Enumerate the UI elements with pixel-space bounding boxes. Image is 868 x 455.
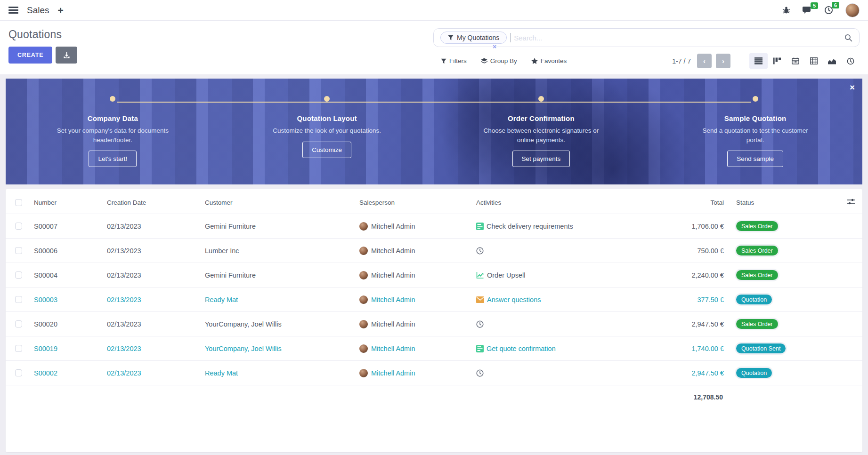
- step-dot: [324, 96, 330, 102]
- header-salesperson[interactable]: Salesperson: [356, 189, 472, 214]
- view-switcher: [749, 53, 860, 69]
- favorites-menu[interactable]: Favorites: [531, 57, 567, 64]
- salesperson-name: Mitchell Admin: [371, 271, 415, 279]
- activity-cell[interactable]: Check delivery requirements: [472, 214, 657, 239]
- row-checkbox[interactable]: [15, 369, 22, 376]
- export-download-button[interactable]: [56, 47, 77, 64]
- salesperson-avatar: [359, 271, 368, 279]
- quotation-number: S00019: [30, 336, 103, 361]
- kanban-view-icon[interactable]: [768, 53, 786, 69]
- quotation-row[interactable]: S0000402/13/2023Gemini FurnitureMitchell…: [6, 263, 862, 287]
- table-footer-row: 12,708.50: [6, 385, 862, 409]
- quotation-row[interactable]: S0000602/13/2023Lumber IncMitchell Admin…: [6, 239, 862, 263]
- salesperson-avatar: [359, 295, 368, 304]
- pager-prev-button[interactable]: ‹: [697, 54, 712, 68]
- quotation-number: S00003: [30, 287, 103, 312]
- customer-name: Ready Mat: [201, 361, 356, 385]
- quotation-number: S00007: [30, 214, 103, 239]
- activities-clock-icon[interactable]: 6: [824, 6, 833, 15]
- salesperson-avatar: [359, 320, 368, 328]
- quotations-table: Number Creation Date Customer Salesperso…: [6, 189, 862, 409]
- messages-icon[interactable]: 5: [803, 6, 812, 15]
- quotation-row[interactable]: S0001902/13/2023YourCompany, Joel Willis…: [6, 336, 862, 361]
- header-total[interactable]: Total: [657, 189, 732, 214]
- quotation-number: S00004: [30, 263, 103, 287]
- search-facet-my-quotations[interactable]: My Quotations: [440, 32, 507, 44]
- footer-total: 12,708.50: [657, 385, 732, 409]
- filter-funnel-icon: [441, 58, 446, 64]
- header-customer[interactable]: Customer: [201, 189, 356, 214]
- activity-cell[interactable]: Answer questions: [472, 287, 657, 312]
- activity-label: Check delivery requirements: [487, 223, 573, 230]
- salesperson-cell: Mitchell Admin: [356, 214, 472, 239]
- row-checkbox[interactable]: [15, 223, 22, 230]
- quotation-number: S00020: [30, 312, 103, 336]
- quotation-row[interactable]: S0000302/13/2023Ready MatMitchell AdminA…: [6, 287, 862, 312]
- salesperson-cell: Mitchell Admin: [356, 312, 472, 336]
- row-spacer: [838, 336, 862, 361]
- row-spacer: [838, 214, 862, 239]
- top-navbar: Sales + 5 6: [0, 0, 868, 21]
- activity-cell[interactable]: [472, 312, 657, 336]
- header-creation-date[interactable]: Creation Date: [103, 189, 201, 214]
- filter-funnel-icon: [448, 35, 454, 40]
- salesperson-cell: Mitchell Admin: [356, 239, 472, 263]
- select-all-checkbox[interactable]: [15, 199, 22, 206]
- header-activities[interactable]: Activities: [472, 189, 657, 214]
- search-input[interactable]: Search...: [514, 34, 844, 42]
- row-checkbox[interactable]: [15, 247, 22, 254]
- row-checkbox[interactable]: [15, 271, 22, 279]
- activity-cell[interactable]: [472, 361, 657, 385]
- status-badge: Sales Order: [736, 319, 778, 329]
- header-number[interactable]: Number: [30, 189, 103, 214]
- debug-bug-icon[interactable]: [782, 6, 790, 14]
- apps-menu-icon[interactable]: [8, 5, 18, 15]
- activity-tasks-icon: [476, 223, 484, 230]
- pivot-view-icon[interactable]: [804, 53, 823, 69]
- activity-cell[interactable]: Order Upsell: [472, 263, 657, 287]
- lets-start-button[interactable]: Let's start!: [89, 151, 137, 167]
- salesperson-avatar: [359, 369, 368, 377]
- layers-icon: [481, 58, 487, 64]
- create-button[interactable]: CREATE: [8, 47, 52, 64]
- customer-name: Gemini Furniture: [201, 263, 356, 287]
- calendar-view-icon[interactable]: [786, 53, 804, 69]
- quotation-row[interactable]: S0002002/13/2023YourCompany, Joel Willis…: [6, 312, 862, 336]
- activity-cell[interactable]: [472, 239, 657, 263]
- set-payments-button[interactable]: Set payments: [512, 151, 570, 167]
- customer-name: Ready Mat: [201, 287, 356, 312]
- row-checkbox[interactable]: [15, 320, 22, 327]
- row-checkbox[interactable]: [15, 296, 22, 303]
- header-status[interactable]: Status: [732, 189, 838, 214]
- status-badge: Sales Order: [736, 221, 778, 231]
- activity-view-icon[interactable]: [841, 53, 860, 69]
- app-name[interactable]: Sales: [27, 5, 49, 16]
- list-view-icon[interactable]: [749, 53, 768, 69]
- salesperson-name: Mitchell Admin: [371, 296, 415, 303]
- activity-clock-icon: [476, 369, 484, 377]
- status-cell: Sales Order: [732, 214, 838, 239]
- add-tab-icon[interactable]: +: [58, 5, 64, 15]
- group-by-menu[interactable]: Group By: [481, 57, 517, 64]
- quotation-row[interactable]: S0000702/13/2023Gemini FurnitureMitchell…: [6, 214, 862, 239]
- filters-menu[interactable]: Filters: [441, 57, 467, 64]
- row-checkbox[interactable]: [15, 345, 22, 352]
- activity-cell[interactable]: Get quote confirmation: [472, 336, 657, 361]
- send-sample-button[interactable]: Send sample: [727, 151, 783, 167]
- activity-clock-icon: [476, 247, 484, 255]
- customer-name: Gemini Furniture: [201, 214, 356, 239]
- search-bar[interactable]: My Quotations Search... ×: [433, 28, 860, 47]
- graph-view-icon[interactable]: [823, 53, 841, 69]
- activity-label: Order Upsell: [487, 271, 525, 279]
- total-amount: 1,740.00 €: [657, 336, 732, 361]
- quotation-row[interactable]: S0000202/13/2023Ready MatMitchell Admin2…: [6, 361, 862, 385]
- activities-count-badge: 6: [832, 2, 839, 8]
- status-cell: Quotation: [732, 361, 838, 385]
- search-icon[interactable]: [844, 34, 852, 42]
- salesperson-cell: Mitchell Admin: [356, 361, 472, 385]
- customize-button[interactable]: Customize: [302, 142, 351, 158]
- facet-remove-icon[interactable]: ×: [493, 43, 496, 50]
- pager-next-button[interactable]: ›: [716, 54, 730, 68]
- optional-columns-icon[interactable]: [847, 200, 855, 207]
- user-avatar[interactable]: [845, 3, 860, 17]
